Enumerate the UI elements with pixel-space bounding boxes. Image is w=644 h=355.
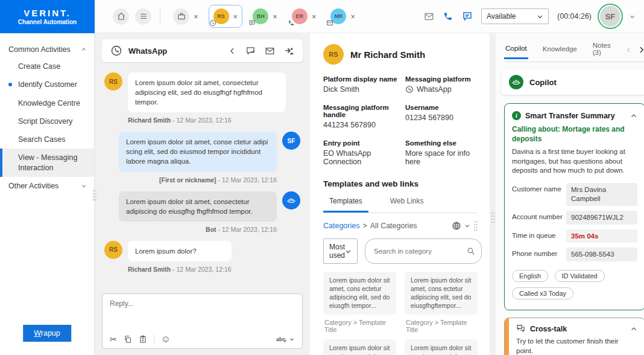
sidebar-item-create-case[interactable]: Create Case (0, 57, 94, 75)
customer-tags: English ID Validated Called x3 Today (512, 266, 637, 306)
close-icon[interactable]: × (312, 13, 317, 21)
home-icon (117, 12, 125, 21)
tab-session-bh[interactable]: BH × (248, 5, 282, 27)
copy-icon[interactable] (124, 335, 132, 344)
sidebar-item-identify-customer[interactable]: Identify Customer (0, 75, 94, 94)
whatsapp-icon (405, 85, 414, 94)
tab-templates[interactable]: Templates (323, 194, 368, 213)
breadcrumb-separator: > (362, 222, 367, 230)
cut-icon[interactable]: ✂ (110, 335, 117, 344)
message-meta: Bot - 12 Mar 2023, 12:16 (206, 226, 277, 233)
brand-logo: VERINT. Channel Automation (0, 0, 95, 33)
emoji-icon[interactable]: ☺ (161, 334, 171, 344)
field-platform-display-name: Platform display name Dick Smith (323, 75, 399, 94)
field-label: Platform display name (323, 75, 399, 83)
message-list[interactable]: RS Lorem ipsum dolor sit amet, consectet… (102, 62, 303, 293)
template-cell: Lorem ipsum dolor sit amet, cons ectetur… (323, 339, 396, 355)
field-entry-point: Entry point EO WhatsApp Connection (323, 139, 399, 166)
agent-avatar[interactable]: SF (600, 6, 620, 27)
email-icon[interactable] (265, 46, 275, 56)
close-icon[interactable]: × (233, 13, 238, 21)
tab-notes[interactable]: Notes (3) (592, 38, 612, 62)
category-search-input[interactable] (374, 248, 467, 255)
brand-name: VERINT. (24, 8, 71, 18)
template-card[interactable]: Lorem ipsum dolor sit amet, cons ectetur… (405, 339, 478, 355)
sender-name: Richard Smith (128, 266, 171, 273)
template-card[interactable]: Lorem ipsum dolor sit amet, cons ectetur… (323, 272, 396, 315)
availability-value: Available (487, 12, 516, 21)
field-messaging-platform-handle: Messaging platform handle 441234 567890 (323, 104, 399, 129)
chevron-down-icon (537, 13, 543, 20)
category-search[interactable] (365, 238, 482, 264)
chevron-down-icon[interactable] (464, 223, 470, 229)
sidebar-section-common-activities[interactable]: Common Activities (0, 42, 94, 57)
back-chevron-icon[interactable] (229, 47, 236, 55)
list-icon (139, 12, 148, 21)
field-label: Messaging platform handle (323, 104, 399, 118)
template-card[interactable]: Lorem ipsum dolor sit amet, cons ectetur… (323, 339, 396, 355)
reply-input[interactable] (110, 299, 295, 334)
chat-header: WhatsApp (102, 39, 303, 62)
sort-select[interactable]: Most used (323, 238, 358, 264)
field-label: Customer name (512, 183, 566, 206)
chevron-down-icon (289, 336, 295, 342)
collapse-chevron-icon[interactable] (630, 325, 637, 333)
template-card[interactable]: Lorem ipsum dolor sit amet, cons ectetur… (405, 272, 478, 315)
chevron-down-icon[interactable] (629, 13, 636, 20)
collapse-chevron-icon[interactable] (630, 112, 637, 120)
language-globe-icon[interactable] (452, 221, 461, 231)
tab-session-mr[interactable]: MR × (326, 5, 359, 27)
card-title: Cross-talk (530, 325, 567, 333)
message-time: 12 Mar 2023, 12:16 (222, 226, 277, 233)
queue-list-button[interactable] (135, 8, 151, 25)
message-bubble: Lorem ipsum dolor sit amet, consectetur … (119, 191, 277, 222)
sidebar-item-search-cases[interactable]: Search Cases (0, 130, 94, 149)
tab-copilot[interactable]: Copilot (504, 41, 528, 59)
field-value: 01234 567890 (405, 114, 478, 122)
smart-transfer-summary-card: i Smart Transfer Summary Calling about: … (504, 103, 644, 310)
phone-channel-icon[interactable] (443, 11, 453, 22)
tab-session-er[interactable]: ER × (288, 5, 321, 27)
availability-select[interactable]: Available (481, 8, 549, 24)
panel-resize-grip[interactable] (473, 220, 478, 231)
mail-channel-icon[interactable] (424, 11, 434, 22)
tab-knowledge[interactable]: Knowledge (541, 42, 578, 58)
tab-case[interactable]: × (169, 5, 203, 28)
tab-web-links[interactable]: Web Links (384, 194, 430, 213)
chat-channel-icon[interactable] (462, 11, 473, 22)
message-time: 12 Mar 2023, 12:16 (222, 176, 277, 184)
sidebar-section-other-activities[interactable]: Other Activities (0, 178, 94, 194)
field-label: Time in queue (512, 229, 566, 243)
end-chat-icon[interactable] (245, 46, 256, 56)
transfer-icon[interactable] (284, 46, 294, 56)
field-value: WhatsApp (417, 85, 452, 94)
section-label: Common Activities (8, 45, 71, 54)
cross-talk-alert-card: Cross-talk Try to let the customer finis… (504, 318, 644, 355)
sidebar-item-script-discovery[interactable]: Script Discovery (0, 112, 94, 130)
wrapup-button[interactable]: Wrapup (23, 325, 71, 342)
panel-resize-grip[interactable] (92, 189, 96, 202)
close-icon[interactable]: × (350, 13, 355, 21)
customer-fields: Platform display name Dick Smith Messagi… (323, 75, 478, 166)
card-title: Smart Transfer Summary (525, 112, 615, 120)
close-icon[interactable]: × (273, 13, 277, 21)
field-value: 565-098-5543 (566, 248, 637, 261)
panel-resize-grip[interactable] (491, 211, 495, 225)
field-value-alert: 35m 04s (566, 229, 637, 243)
whatsapp-icon (209, 19, 216, 27)
chevron-right-icon[interactable] (637, 46, 644, 54)
template-cell: Lorem ipsum dolor sit amet, cons ectetur… (323, 272, 396, 339)
spellcheck-control[interactable]: abc✓ (276, 334, 295, 344)
templates-heading: Templates and web links (323, 179, 478, 188)
paste-icon[interactable] (139, 335, 147, 344)
close-icon[interactable]: × (194, 13, 198, 21)
tab-session-rs-active[interactable]: RS × (209, 5, 243, 28)
field-value: 902489671WJL2 (566, 211, 637, 225)
session-tabs: × RS × BH × ER (113, 5, 359, 28)
sidebar-item-view-messaging-interaction[interactable]: View - Messaging Interaction (0, 149, 94, 177)
summary-field-customer-name: Customer name Mrs Davina Campbell (512, 183, 637, 206)
sidebar-item-knowledge-centre[interactable]: Knowledge Centre (0, 94, 94, 112)
home-button[interactable] (113, 8, 129, 25)
breadcrumb-categories-link[interactable]: Categories (323, 222, 359, 230)
toolbar-divider (154, 334, 154, 344)
